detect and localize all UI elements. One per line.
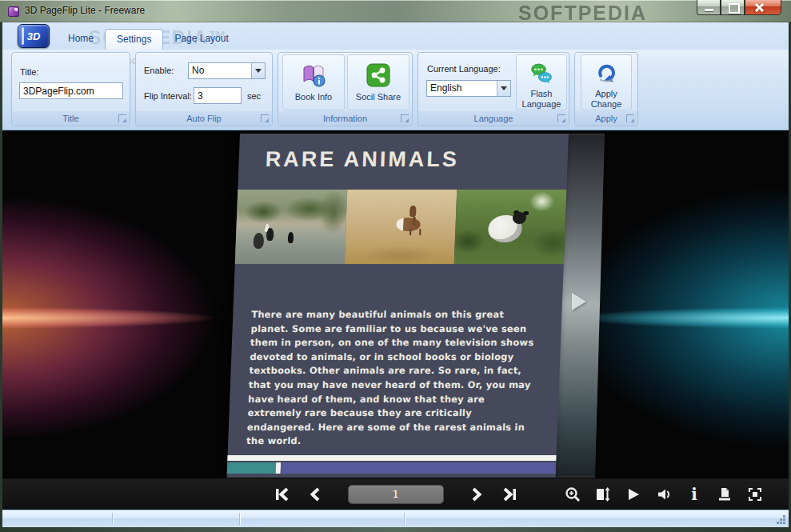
tab-settings[interactable]: Settings [105, 29, 163, 50]
first-page-icon [274, 486, 291, 502]
book-viewport: RARE ANIMALS There are many beautiful an… [2, 130, 789, 478]
dialog-launcher-icon[interactable] [626, 114, 634, 122]
chevron-down-icon[interactable] [251, 63, 265, 78]
enable-value: No [189, 63, 251, 78]
fullscreen-button[interactable] [745, 485, 765, 504]
enable-label: Enable: [144, 66, 174, 75]
tab-home[interactable]: Home [57, 29, 105, 50]
status-separator [112, 513, 113, 525]
dialog-launcher-icon[interactable] [118, 114, 126, 122]
close-button[interactable] [745, 0, 781, 15]
flash-language-label: Flash Language [517, 89, 566, 110]
apply-change-label: Apply Change [581, 89, 631, 110]
page-title: RARE ANIMALS [265, 147, 459, 172]
share-icon [365, 62, 392, 89]
flip-interval-label: Flip Interval: [144, 91, 192, 101]
gazelle-photo [345, 190, 457, 264]
chevron-down-icon[interactable] [497, 81, 510, 96]
page-footer-strip [227, 455, 556, 461]
next-page-button[interactable] [467, 485, 486, 504]
flash-language-button[interactable]: Flash Language [516, 54, 567, 110]
zoom-in-icon [565, 486, 581, 502]
info-button[interactable]: i [685, 485, 704, 504]
social-share-button[interactable]: Socil Share [347, 54, 409, 110]
last-page-icon [501, 486, 518, 502]
resize-grip[interactable] [776, 514, 786, 525]
titlebar[interactable]: 3D PageFlip Lite - Freeware SOFTPEDIA [0, 0, 791, 22]
title-input[interactable] [19, 82, 123, 99]
app-window: 3D PageFlip Lite - Freeware SOFTPEDIA 3D… [0, 0, 791, 532]
app-icon [8, 6, 19, 17]
language-value: English [427, 81, 497, 96]
page-number-input[interactable]: 1 [348, 485, 444, 504]
fullscreen-icon [747, 486, 763, 502]
fit-height-button[interactable] [593, 485, 613, 504]
enable-select[interactable]: No [188, 62, 266, 79]
print-button[interactable] [715, 485, 734, 504]
group-caption-auto-flip: Auto Flip [136, 111, 272, 126]
window-title: 3D PageFlip Lite - Freeware [25, 5, 145, 16]
watermark-titlebar: SOFTPEDIA [518, 2, 647, 25]
play-icon [626, 486, 641, 502]
book-info-label: Book Info [295, 92, 332, 102]
footer-purple-bar [281, 462, 557, 474]
language-select[interactable]: English [426, 80, 511, 97]
black-necked-cranes-photo [235, 190, 348, 264]
group-caption-language: Language [418, 111, 569, 126]
application-menu-button[interactable]: 3D [18, 24, 50, 48]
status-separator [239, 513, 240, 525]
speaker-icon [656, 486, 672, 502]
minimize-button[interactable] [697, 0, 721, 15]
bottom-toolbar: 1 [2, 478, 789, 510]
group-caption-apply: Apply [575, 111, 637, 126]
book-page: RARE ANIMALS There are many beautiful an… [226, 134, 569, 478]
logo-label: 3D [27, 30, 41, 42]
interval-unit-label: sec [247, 91, 261, 101]
dialog-launcher-icon[interactable] [261, 114, 269, 122]
prev-page-button[interactable] [306, 485, 325, 504]
group-caption-title: Title [12, 111, 130, 126]
chat-bubbles-icon [528, 62, 555, 86]
refresh-arrow-icon [593, 62, 620, 86]
maximize-button[interactable] [721, 0, 745, 15]
footer-teal-bar [227, 462, 277, 474]
social-share-label: Socil Share [356, 92, 401, 102]
background-glow-left [2, 130, 242, 478]
tab-page-layout[interactable]: Page Layout [163, 29, 239, 50]
photo-row [235, 190, 567, 264]
sound-button[interactable] [654, 485, 673, 504]
prev-page-icon [309, 486, 322, 502]
giant-panda-photo [454, 190, 567, 264]
book-icon [300, 62, 327, 89]
title-field-label: Title: [20, 67, 38, 77]
ribbon-tab-row: 3D SOFTPEDIA™ Home Settings Page Layout [2, 22, 789, 50]
page-body-text: There are many beautiful animals on this… [246, 308, 543, 449]
group-auto-flip: Enable: No Flip Interval: sec Auto Flip [135, 52, 273, 126]
zoom-in-button[interactable] [563, 485, 582, 504]
first-page-button[interactable] [273, 485, 292, 504]
ribbon: www.softpedia.com Title: Title Enable: N… [2, 50, 789, 130]
apply-change-button[interactable]: Apply Change [581, 54, 632, 110]
autoplay-button[interactable] [624, 485, 643, 504]
group-apply: Apply Change Apply [574, 52, 638, 126]
status-separator [404, 513, 405, 525]
fit-height-icon [595, 486, 611, 502]
group-information: Book Info Socil Share Information [278, 52, 413, 126]
next-page-icon [470, 486, 483, 502]
dialog-launcher-icon[interactable] [401, 114, 409, 122]
flip-interval-input[interactable] [194, 87, 242, 104]
group-title: Title: Title [11, 52, 130, 126]
last-page-button[interactable] [500, 485, 519, 504]
print-icon [717, 486, 733, 502]
book-info-button[interactable]: Book Info [282, 54, 345, 110]
status-bar [2, 510, 789, 527]
dialog-launcher-icon[interactable] [557, 114, 565, 122]
group-caption-information: Information [278, 111, 412, 126]
info-icon: i [691, 486, 697, 502]
current-language-label: Current Language: [427, 64, 501, 74]
page-footer-bars [227, 462, 557, 474]
group-language: Current Language: English [417, 52, 569, 126]
next-page-arrow[interactable] [572, 293, 586, 310]
